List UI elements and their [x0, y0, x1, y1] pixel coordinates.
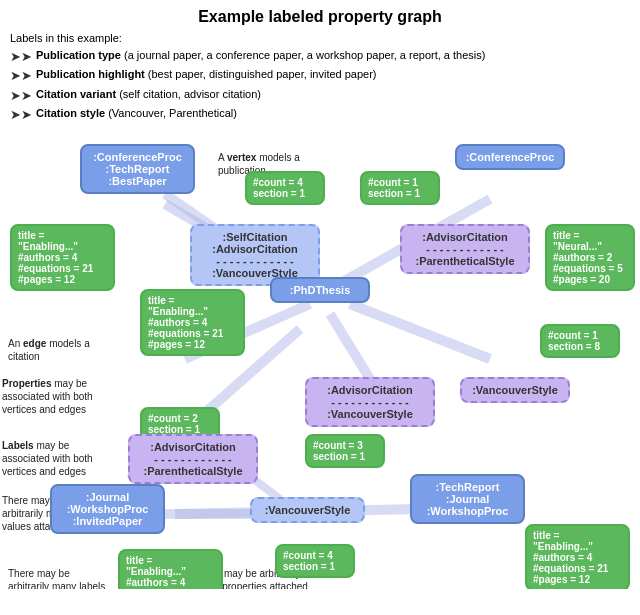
svg-line-5 [350, 304, 490, 359]
node-green3: #count = 1section = 1 [360, 171, 440, 205]
node-green9: #count = 4section = 1 [275, 544, 355, 578]
node-phdthesis: :PhDThesis [270, 277, 370, 303]
page-title: Example labeled property graph [0, 0, 640, 30]
node-techreport: :TechReport:Journal:WorkshopProc [410, 474, 525, 524]
node-vancouverstyle2: :VancouverStyle [250, 497, 365, 523]
node-advisorcitation3: :AdvisorCitation- - - - - - - - - - - -:… [128, 434, 258, 484]
node-green10: title = "Enabling..."#authors = 4#equati… [118, 549, 223, 589]
node-advisorcitation2: :AdvisorCitation- - - - - - - - - - - -:… [305, 377, 435, 427]
node-conferenceproc1: :ConferenceProc:TechReport:BestPaper [80, 144, 195, 194]
node-advisorcitation1: :AdvisorCitation- - - - - - - - - - - -:… [400, 224, 530, 274]
node-green1: title = "Enabling..."#authors = 4#equati… [10, 224, 115, 291]
svg-line-4 [330, 314, 370, 379]
node-green7: #count = 3section = 1 [305, 434, 385, 468]
node-conferenceproc2: :ConferenceProc [455, 144, 565, 170]
node-green4: title = "Neural..."#authors = 2#equation… [545, 224, 635, 291]
node-vancouverstyle1: :VancouverStyle [460, 377, 570, 403]
node-green2: #count = 4section = 1 [245, 171, 325, 205]
node-green5: title = "Enabling..."#authors = 4#equati… [140, 289, 245, 356]
annotation-labels: Labels may be associated with both verti… [2, 439, 102, 478]
annotation-arbitrary-labels: There may be arbitrarily many labels att… [8, 567, 108, 589]
annotation-edge: An edge models a citation [8, 337, 118, 363]
graph-area: :ConferenceProc:TechReport:BestPaper :Co… [0, 129, 640, 589]
annotation-properties: Properties may be associated with both v… [2, 377, 102, 416]
node-journal-workshop: :Journal:WorkshopProc:InvitedPaper [50, 484, 165, 534]
node-green8: #count = 1section = 8 [540, 324, 620, 358]
node-green11: title = "Enabling..."#authors = 4#equati… [525, 524, 630, 589]
legend: Labels in this example: ➤➤Publication ty… [0, 30, 640, 129]
